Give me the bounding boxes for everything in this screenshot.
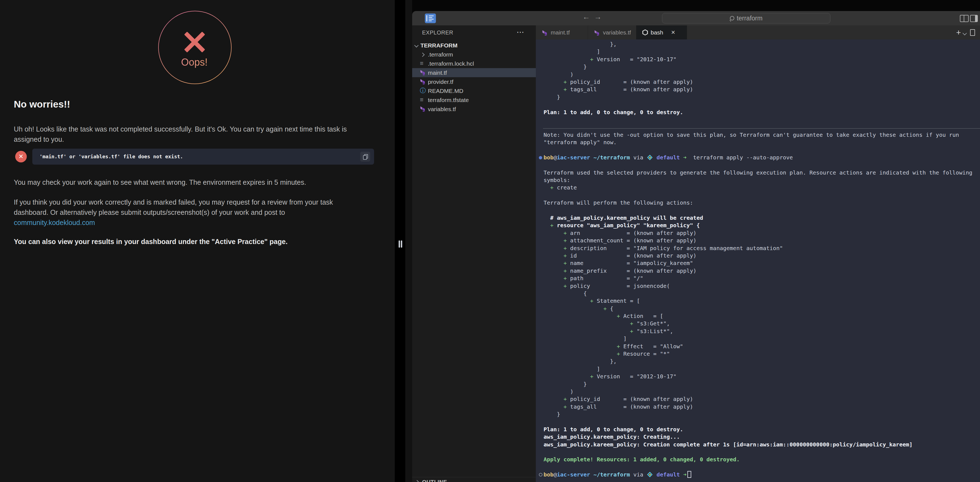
- tab-label: bash: [651, 29, 663, 36]
- resize-handle[interactable]: [401, 241, 402, 247]
- file-row-terraform.tfstate[interactable]: ≡terraform.tfstate: [412, 95, 536, 105]
- terminal-line: bob@iac-server ~/terraform via default ➜: [544, 471, 972, 479]
- terminal-line: ): [544, 388, 972, 395]
- file-row-.terraform.lock.hcl[interactable]: ≡.terraform.lock.hcl: [412, 59, 536, 68]
- file-label: README.MD: [428, 88, 463, 94]
- file-row-maint.tf[interactable]: maint.tf: [412, 68, 536, 77]
- terminal-line: },: [544, 358, 972, 365]
- file-label: terraform.tfstate: [428, 97, 469, 103]
- tab-variables.tf[interactable]: variables.tf: [588, 25, 636, 40]
- error-row: ✕ 'main.tf' or 'variables.tf' file does …: [15, 148, 374, 165]
- error-message-box: 'main.tf' or 'variables.tf' file does no…: [32, 149, 374, 165]
- terminal-line: # aws_iam_policy.kareem_policy will be c…: [544, 214, 972, 222]
- terminal-line: + "s3:Get*",: [544, 320, 972, 327]
- terminal-line: Note: You didn't use the -out option to …: [544, 131, 972, 139]
- bash-icon: [643, 30, 648, 36]
- terminal-line: ): [544, 71, 972, 78]
- terminal-line: + tags_all = (known after apply): [544, 403, 972, 411]
- tab-label: maint.tf: [551, 29, 570, 36]
- tab-actions: +: [956, 25, 975, 40]
- terminal-line: [544, 116, 972, 124]
- terminal-line: + {: [544, 305, 972, 312]
- terminal-line: + Version = "2012-10-17": [544, 56, 972, 63]
- toggle-panel-icon[interactable]: [970, 15, 978, 22]
- review-note: If you think you did your work correctly…: [14, 197, 364, 228]
- list-icon: ≡: [420, 97, 426, 103]
- terminal-line: Terraform will perform the following act…: [544, 199, 972, 206]
- sidebar-bottom-panels: OUTLINE TIMELINE: [412, 477, 536, 482]
- file-row-.terraform[interactable]: .terraform: [412, 50, 536, 59]
- dashboard-note: You can also view your results in your d…: [14, 236, 364, 247]
- file-row-provider.tf[interactable]: provider.tf: [412, 77, 536, 86]
- tab-bash[interactable]: bash✕: [636, 25, 687, 40]
- split-editor-icon[interactable]: [970, 29, 975, 36]
- file-row-variables.tf[interactable]: variables.tf: [412, 105, 536, 114]
- file-icon: ≡: [420, 96, 423, 103]
- terminal-line: ]: [544, 48, 972, 55]
- terminal-line: + create: [544, 184, 972, 191]
- file-label: variables.tf: [428, 106, 456, 113]
- terminal-line: + "s3:List*",: [544, 328, 972, 335]
- terminal-line: {: [544, 290, 972, 297]
- terminal-line: }: [544, 411, 972, 418]
- copy-icon: [363, 154, 368, 159]
- file-label: provider.tf: [428, 79, 453, 85]
- terraform-workspace-icon: [648, 155, 652, 160]
- copy-button[interactable]: [360, 152, 370, 162]
- outline-section[interactable]: OUTLINE: [412, 477, 536, 482]
- file-tree: TERRAFORM .terraform≡.terraform.lock.hcl…: [412, 41, 536, 114]
- back-arrow-icon[interactable]: ←: [582, 13, 590, 21]
- chevron-right-icon: [415, 480, 419, 482]
- command-center-search[interactable]: terraform: [662, 13, 830, 24]
- more-actions-icon[interactable]: ⋯: [517, 28, 524, 36]
- terminal-line: "terraform apply" now.: [544, 139, 972, 146]
- terminal-line: [544, 207, 972, 214]
- terminal-line: [544, 161, 972, 169]
- terminal-line: [544, 101, 972, 108]
- terminal-line: [544, 418, 972, 426]
- terminal-dropdown-icon[interactable]: [963, 31, 967, 36]
- terminal-line: + policy_id = (known after apply): [544, 395, 972, 403]
- terminal-line: Plan: 1 to add, 0 to change, 0 to destro…: [544, 426, 972, 433]
- terminal-line: + name = "iampolicy_kareem": [544, 260, 972, 267]
- file-label: .terraform.lock.hcl: [428, 60, 474, 67]
- tree-root-terraform[interactable]: TERRAFORM: [412, 41, 536, 50]
- review-note-text: If you think you did your work correctly…: [14, 198, 333, 216]
- resize-handle[interactable]: [399, 241, 400, 247]
- terminal-line: ]: [544, 335, 972, 342]
- error-x-icon: ✕: [15, 151, 27, 162]
- terminal-panel[interactable]: }, ] + Version = "2012-10-17" } ) + poli…: [536, 40, 980, 482]
- terminal-line: + resource "aws_iam_policy" "kareem_poli…: [544, 222, 972, 229]
- terminal-line: + path = "/": [544, 274, 972, 282]
- forward-arrow-icon[interactable]: →: [594, 13, 601, 21]
- terminal-line: + Action = [: [544, 312, 972, 320]
- error-message: 'main.tf' or 'variables.tf' file does no…: [40, 149, 183, 165]
- chev-icon: [420, 51, 426, 58]
- terminal-cursor: [687, 471, 691, 478]
- close-icon[interactable]: ✕: [671, 29, 676, 36]
- terminal-line: + description = "IAM policy for access m…: [544, 244, 972, 252]
- terminal-line: },: [544, 41, 972, 48]
- terraform-workspace-icon: [648, 472, 652, 477]
- tab-label: variables.tf: [603, 29, 631, 36]
- oops-label: Oops!: [158, 57, 231, 68]
- terminal-content: }, ] + Version = "2012-10-17" } ) + poli…: [544, 41, 972, 479]
- customize-layout-icon[interactable]: [960, 15, 969, 22]
- terminal-line: [544, 192, 972, 199]
- list-icon: ≡: [420, 60, 426, 67]
- app-icon[interactable]: [425, 14, 436, 23]
- terminal-line: [544, 124, 972, 131]
- terminal-line: }: [544, 381, 972, 388]
- command-dot-icon: [539, 156, 542, 159]
- terraform-icon: [420, 78, 426, 84]
- terminal-line: + policy_id = (known after apply): [544, 78, 972, 86]
- explorer-sidebar: EXPLORER ⋯ TERRAFORM .terraform≡.terrafo…: [412, 25, 536, 482]
- terraform-icon: [542, 30, 548, 36]
- new-terminal-icon[interactable]: +: [956, 28, 961, 37]
- oops-circle: [158, 11, 232, 84]
- terminal-line: + Statement = [: [544, 297, 972, 305]
- search-value: terraform: [737, 14, 762, 22]
- community-link[interactable]: community.kodekloud.com: [14, 219, 95, 227]
- file-row-README.MD[interactable]: ⓘREADME.MD: [412, 86, 536, 95]
- tab-maint.tf[interactable]: maint.tf: [536, 25, 588, 40]
